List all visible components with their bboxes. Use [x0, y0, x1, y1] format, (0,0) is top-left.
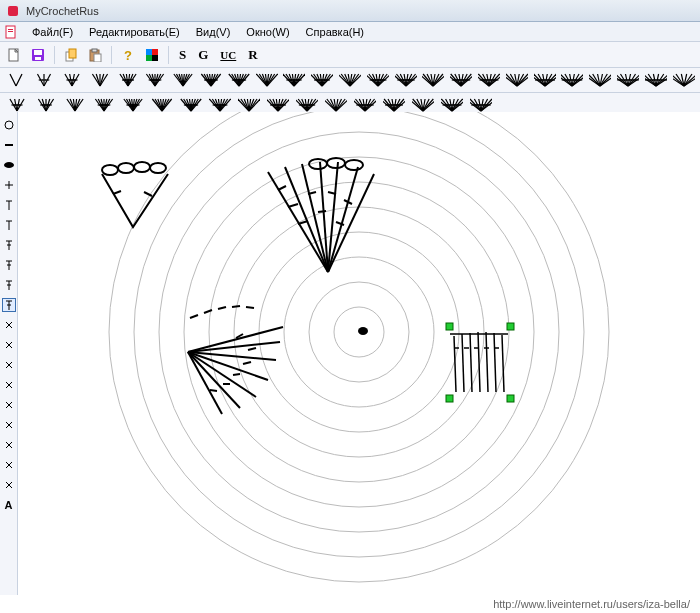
- stitch-symbol[interactable]: [671, 70, 696, 90]
- svg-line-620: [470, 333, 472, 392]
- vtool-x2[interactable]: [2, 338, 16, 352]
- stitch-symbol[interactable]: [643, 70, 668, 90]
- vtool-x6[interactable]: [2, 418, 16, 432]
- vtool-circle[interactable]: [2, 118, 16, 132]
- svg-line-610: [233, 374, 240, 375]
- stitch-symbol[interactable]: [60, 70, 85, 90]
- separator: [168, 46, 169, 64]
- vtool-t3[interactable]: [2, 238, 16, 252]
- r-tool[interactable]: R: [244, 47, 261, 63]
- paste-button[interactable]: [85, 45, 105, 65]
- vtool-t4[interactable]: [2, 258, 16, 272]
- canvas-svg: [18, 112, 700, 595]
- vertical-toolbar: A: [0, 112, 18, 595]
- stitch-symbol[interactable]: [421, 70, 446, 90]
- stitch-symbol[interactable]: [282, 70, 307, 90]
- svg-rect-16: [146, 55, 152, 61]
- svg-point-584: [345, 160, 363, 170]
- stitch-symbol[interactable]: [393, 70, 418, 90]
- svg-point-579: [150, 163, 166, 173]
- stitch-symbol[interactable]: [616, 70, 641, 90]
- svg-rect-632: [507, 323, 514, 330]
- vtool-t5[interactable]: [2, 278, 16, 292]
- motif-2: [268, 158, 374, 272]
- menu-window[interactable]: Окно(W): [238, 24, 297, 40]
- vtool-x3[interactable]: [2, 358, 16, 372]
- svg-point-574: [134, 112, 584, 557]
- svg-line-18: [10, 74, 16, 86]
- uc-tool[interactable]: UC: [216, 49, 240, 61]
- stitch-symbol[interactable]: [87, 70, 112, 90]
- stitch-symbol[interactable]: [365, 70, 390, 90]
- save-button[interactable]: [28, 45, 48, 65]
- svg-line-622: [486, 332, 488, 392]
- stitch-symbol[interactable]: [449, 70, 474, 90]
- stitch-symbol[interactable]: [115, 70, 140, 90]
- vtool-plus[interactable]: [2, 178, 16, 192]
- stitch-symbol[interactable]: [143, 70, 168, 90]
- vtool-t1[interactable]: [2, 198, 16, 212]
- svg-rect-0: [8, 6, 18, 16]
- vtool-dash[interactable]: [2, 138, 16, 152]
- menu-help[interactable]: Справка(H): [298, 24, 372, 40]
- stitch-symbol[interactable]: [226, 70, 251, 90]
- menu-file[interactable]: Файл(F): [24, 24, 81, 40]
- canvas-workspace[interactable]: [18, 112, 700, 595]
- menu-bar: Файл(F) Редактировать(E) Вид(V) Окно(W) …: [0, 22, 700, 42]
- motif-3: [188, 306, 283, 414]
- new-button[interactable]: [4, 45, 24, 65]
- svg-line-623: [494, 333, 496, 392]
- stitch-symbol[interactable]: [310, 70, 335, 90]
- symbol-palette-row-1: [0, 68, 700, 93]
- svg-line-595: [318, 211, 326, 212]
- vtool-x5[interactable]: [2, 398, 16, 412]
- vtool-t6[interactable]: [2, 298, 16, 312]
- stitch-symbol[interactable]: [560, 70, 585, 90]
- stitch-symbol[interactable]: [588, 70, 613, 90]
- svg-line-612: [210, 390, 217, 391]
- vtool-x9[interactable]: [2, 478, 16, 492]
- vtool-oval[interactable]: [2, 158, 16, 172]
- s-tool[interactable]: S: [175, 47, 190, 63]
- copy-button[interactable]: [61, 45, 81, 65]
- menu-view[interactable]: Вид(V): [188, 24, 239, 40]
- svg-rect-9: [69, 49, 76, 58]
- svg-rect-631: [446, 323, 453, 330]
- svg-line-599: [278, 186, 286, 190]
- svg-rect-6: [34, 50, 42, 55]
- svg-point-577: [118, 163, 134, 173]
- vtool-a[interactable]: A: [2, 498, 16, 512]
- stitch-symbol[interactable]: [338, 70, 363, 90]
- svg-rect-17: [152, 55, 158, 61]
- svg-point-578: [134, 162, 150, 172]
- g-tool[interactable]: G: [194, 47, 212, 63]
- svg-line-608: [248, 348, 256, 350]
- stitch-symbol[interactable]: [477, 70, 502, 90]
- svg-line-580: [113, 191, 121, 194]
- menu-edit[interactable]: Редактировать(E): [81, 24, 188, 40]
- stitch-symbol[interactable]: [171, 70, 196, 90]
- svg-rect-634: [507, 395, 514, 402]
- svg-text:?: ?: [124, 48, 132, 62]
- vtool-t2[interactable]: [2, 218, 16, 232]
- stitch-symbol[interactable]: [32, 70, 57, 90]
- svg-point-529: [4, 162, 14, 168]
- svg-line-614: [204, 310, 212, 313]
- svg-line-615: [218, 307, 226, 309]
- stitch-symbol[interactable]: [199, 70, 224, 90]
- help-button[interactable]: ?: [118, 45, 138, 65]
- center-marker: [358, 327, 368, 335]
- palette-button[interactable]: [142, 45, 162, 65]
- vtool-x1[interactable]: [2, 318, 16, 332]
- stitch-symbol[interactable]: [254, 70, 279, 90]
- stitch-symbol[interactable]: [4, 70, 29, 90]
- stitch-symbol[interactable]: [504, 70, 529, 90]
- separator: [54, 46, 55, 64]
- svg-line-624: [502, 335, 504, 392]
- stitch-symbol[interactable]: [532, 70, 557, 90]
- vtool-x4[interactable]: [2, 378, 16, 392]
- vtool-x7[interactable]: [2, 438, 16, 452]
- svg-line-604: [188, 352, 256, 397]
- vtool-x8[interactable]: [2, 458, 16, 472]
- separator: [111, 46, 112, 64]
